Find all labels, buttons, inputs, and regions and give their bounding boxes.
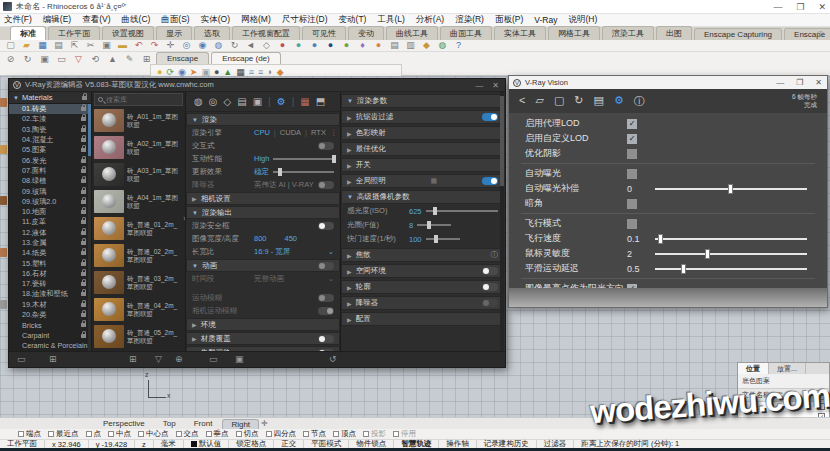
- slider-knob[interactable]: [332, 155, 336, 163]
- zoom-selected-icon[interactable]: ◍: [211, 40, 226, 51]
- menu-item-V-Ray[interactable]: V-Ray: [534, 15, 557, 25]
- checkbox[interactable]: [363, 431, 369, 437]
- tree-item[interactable]: 15.塑料: [9, 258, 91, 268]
- viewport-tab-Front[interactable]: Front: [186, 419, 221, 428]
- params-section-空间环境[interactable]: ▶空间环境: [341, 264, 504, 278]
- settings-section-环境[interactable]: ▶环境: [186, 318, 340, 331]
- slider-knob[interactable]: [681, 264, 686, 274]
- checkbox[interactable]: [627, 149, 637, 159]
- menu-item-文件(F)[interactable]: 文件(F): [4, 14, 32, 26]
- checkbox[interactable]: [627, 219, 637, 229]
- side-panel-tab-位置[interactable]: 位置: [738, 363, 769, 374]
- slider-knob[interactable]: [434, 235, 438, 243]
- shaded-navy-icon[interactable]: ●: [323, 40, 338, 51]
- tree-item[interactable]: 02.车漆: [9, 114, 91, 124]
- slider[interactable]: [273, 171, 334, 173]
- params-section-高级摄像机参数[interactable]: ▼高级摄像机参数: [341, 190, 504, 204]
- params-section-色彩映射[interactable]: ▶色彩映射: [341, 126, 504, 140]
- help-icon[interactable]: ?: [451, 40, 466, 51]
- select-value[interactable]: 16:9 - 宽屏: [254, 247, 290, 257]
- shaded-teal-icon[interactable]: ●: [291, 40, 306, 51]
- params-section-抗锯齿过滤[interactable]: ▶抗锯齿过滤: [341, 110, 504, 124]
- tree-item[interactable]: Ceramic & Porcelain: [9, 341, 91, 351]
- slider-knob[interactable]: [705, 249, 710, 259]
- params-section-全局照明[interactable]: ▶全局照明▦: [341, 174, 504, 188]
- tree-item[interactable]: 18.油漆和壁纸: [9, 289, 91, 299]
- tree-item[interactable]: 05.图案: [9, 145, 91, 155]
- sync-icon[interactable]: ⟳: [166, 67, 174, 77]
- lights-icon[interactable]: ◎: [209, 96, 218, 107]
- tree-item[interactable]: Bricks: [9, 320, 91, 330]
- filter-icon[interactable]: ▽: [155, 354, 162, 364]
- tree-item[interactable]: 12.液体: [9, 228, 91, 238]
- chevron-down-icon[interactable]: ⌄: [328, 274, 334, 283]
- viewport-tab-Right[interactable]: Right: [222, 419, 259, 429]
- ribbon-tab-实体工具[interactable]: 实体工具: [494, 26, 546, 40]
- ribbon-tab-网格工具[interactable]: 网格工具: [548, 26, 600, 40]
- chevron-down-icon[interactable]: ⌄: [328, 247, 334, 256]
- slider[interactable]: [426, 238, 460, 240]
- person-icon[interactable]: ◆: [277, 67, 284, 77]
- add-viewport-tab-icon[interactable]: ✛: [261, 419, 268, 428]
- settings-gear-icon[interactable]: ⚙: [277, 96, 286, 107]
- tree-item[interactable]: 03.陶瓷: [9, 125, 91, 135]
- refresh-icon[interactable]: ↻: [574, 94, 583, 109]
- params-section-轮廓[interactable]: ▶轮廓: [341, 280, 504, 294]
- properties-icon[interactable]: ▥: [403, 40, 418, 51]
- wireframe-icon[interactable]: ◇: [259, 40, 274, 51]
- slider-knob[interactable]: [433, 207, 437, 215]
- osnap-端点[interactable]: 端点: [18, 429, 41, 439]
- toggle-switch[interactable]: [482, 299, 498, 307]
- shaded-red-icon[interactable]: ●: [275, 40, 290, 51]
- tree-item[interactable]: 14.纸类: [9, 248, 91, 258]
- material-list-item[interactable]: 砖_A03_1m_草图联盟: [92, 161, 185, 188]
- slider-knob[interactable]: [427, 221, 431, 229]
- tree-icon[interactable]: ▲: [223, 67, 232, 77]
- ribbon-tab-曲线工具[interactable]: 曲线工具: [386, 26, 438, 40]
- menu-item-曲线(C)[interactable]: 曲线(C): [122, 14, 151, 26]
- web-icon[interactable]: ◉: [178, 67, 186, 77]
- checkbox[interactable]: [627, 169, 637, 179]
- ribbon-tab-曲面工具[interactable]: 曲面工具: [440, 26, 492, 40]
- parameters-scrollbar[interactable]: [500, 92, 504, 353]
- menu-item-编辑(E)[interactable]: 编辑(E): [43, 14, 71, 26]
- toggle-switch[interactable]: [318, 294, 334, 302]
- materials-tree-header[interactable]: ▼Materials: [9, 92, 91, 104]
- material-ball-icon[interactable]: ●: [371, 40, 386, 51]
- menu-item-说明(H)[interactable]: 说明(H): [568, 14, 597, 26]
- slider[interactable]: [655, 238, 807, 240]
- save-icon[interactable]: ▤: [594, 94, 604, 109]
- tree-item[interactable]: 17.瓷砖: [9, 279, 91, 289]
- material-list-item[interactable]: 砖_A04_1m_草图联盟: [92, 188, 185, 215]
- ribbon-tab-选取[interactable]: 选取: [194, 26, 230, 40]
- tree-item[interactable]: 19.木材: [9, 300, 91, 310]
- maximize-button[interactable]: ❐: [796, 2, 804, 12]
- checkbox[interactable]: ✓: [627, 119, 637, 129]
- tree-item[interactable]: 06.发光: [9, 155, 91, 165]
- minimize-button[interactable]: —: [773, 2, 782, 12]
- width-value[interactable]: 800: [254, 234, 267, 243]
- checkbox[interactable]: [206, 431, 212, 437]
- slider-knob[interactable]: [278, 168, 282, 176]
- more-icon[interactable]: ⋮: [330, 128, 338, 137]
- slider-knob[interactable]: [658, 234, 663, 244]
- menu-item-实体(O)[interactable]: 实体(O): [201, 14, 230, 26]
- tree-item[interactable]: 09.玻璃2.0: [9, 197, 91, 207]
- osnap-最近点[interactable]: 最近点: [48, 429, 79, 439]
- tree-item[interactable]: 16.石材: [9, 269, 91, 279]
- engine-option-RTX[interactable]: RTX: [311, 128, 326, 137]
- enscape-tab-Enscape (de)[interactable]: Enscape (de): [211, 52, 281, 64]
- params-section-降噪器[interactable]: ▶降噪器: [341, 296, 504, 310]
- panel-icon[interactable]: ▣: [37, 54, 52, 65]
- info-icon[interactable]: ⓘ: [634, 94, 645, 109]
- checkbox[interactable]: [138, 431, 144, 437]
- osnap-停用[interactable]: 停用: [393, 429, 416, 439]
- param-value[interactable]: 8: [409, 221, 413, 230]
- tree-item[interactable]: 11.皮革: [9, 217, 91, 227]
- open-folder-icon[interactable]: ▱: [535, 94, 543, 109]
- undo-view-icon[interactable]: ◄: [243, 40, 258, 51]
- open-library-folder-icon[interactable]: ▭: [17, 354, 26, 364]
- settings-section-材质覆盖[interactable]: ▶材质覆盖: [186, 332, 340, 345]
- cut-icon[interactable]: ✂: [83, 40, 98, 51]
- search-input[interactable]: [106, 96, 176, 103]
